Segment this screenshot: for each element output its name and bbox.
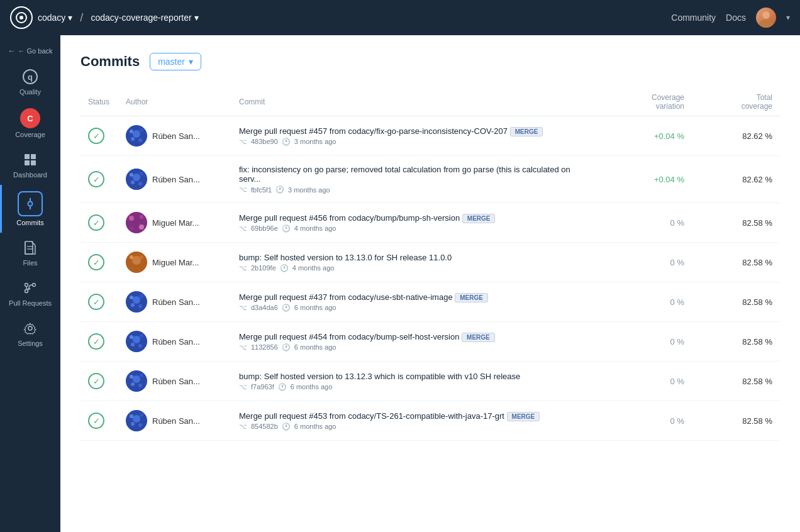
commit-message: Merge pull request #454 from codacy/bump… bbox=[239, 332, 590, 341]
coverage-variation-value: 0 % bbox=[605, 297, 684, 307]
back-arrow-icon: ← bbox=[8, 47, 15, 55]
svg-point-71 bbox=[138, 423, 142, 427]
svg-point-34 bbox=[138, 182, 142, 186]
commit-cell[interactable]: Merge pull request #454 from codacy/bump… bbox=[231, 322, 597, 362]
svg-point-3 bbox=[759, 19, 773, 28]
author-avatar bbox=[126, 331, 147, 352]
total-coverage-cell: 82.58 % bbox=[692, 322, 780, 362]
svg-point-56 bbox=[131, 343, 135, 346]
sidebar-item-settings[interactable]: Settings bbox=[0, 313, 60, 353]
svg-rect-7 bbox=[31, 154, 36, 159]
status-check-icon: ✓ bbox=[88, 413, 104, 429]
commits-icon-box bbox=[18, 191, 43, 216]
commit-meta: ⌥ 1132856 🕐 6 months ago bbox=[239, 343, 590, 352]
table-row[interactable]: ✓ Miguel Mar... bump: Self hosted versio… bbox=[81, 243, 780, 282]
commit-time: 3 months ago bbox=[294, 138, 336, 145]
author-cell: Miguel Mar... bbox=[118, 243, 231, 282]
table-row[interactable]: ✓ Rúben San... Merge pull request #457 f… bbox=[81, 116, 780, 156]
svg-point-67 bbox=[133, 415, 140, 423]
dashboard-icon bbox=[21, 151, 39, 169]
commit-hash: 69bb96e bbox=[251, 224, 278, 232]
author-info: Rúben San... bbox=[126, 331, 224, 352]
coverage-variation-value: 0 % bbox=[605, 337, 684, 346]
coverage-variation-cell: 0 % bbox=[597, 362, 692, 401]
author-cell: Rúben San... bbox=[118, 282, 231, 322]
table-row[interactable]: ✓ Rúben San... Merge pull request #453 f… bbox=[81, 401, 780, 441]
sidebar-item-files-label: Files bbox=[23, 259, 37, 267]
hash-icon: ⌥ bbox=[239, 383, 247, 391]
commit-cell[interactable]: fix: inconsistency on go parse; removed … bbox=[231, 156, 597, 203]
merge-badge: MERGE bbox=[510, 127, 543, 136]
svg-point-2 bbox=[762, 11, 770, 19]
author-name: Miguel Mar... bbox=[152, 258, 199, 267]
svg-point-36 bbox=[129, 216, 134, 221]
table-row[interactable]: ✓ Rúben San... Merge pull request #454 f… bbox=[81, 322, 780, 362]
total-coverage-cell: 82.58 % bbox=[692, 362, 780, 401]
commit-time: 6 months ago bbox=[294, 304, 336, 311]
table-row[interactable]: ✓ Miguel Mar... Merge pull request #456 … bbox=[81, 203, 780, 243]
codacy-logo[interactable] bbox=[10, 6, 33, 29]
svg-point-39 bbox=[130, 226, 133, 230]
svg-point-49 bbox=[131, 303, 135, 307]
commit-cell[interactable]: bump: Self hosted version to 13.12.3 whi… bbox=[231, 362, 597, 401]
page-title: Commits bbox=[81, 53, 140, 70]
merge-badge: MERGE bbox=[455, 293, 488, 302]
svg-point-53 bbox=[133, 336, 140, 343]
svg-point-23 bbox=[133, 130, 140, 138]
commit-time: 6 months ago bbox=[294, 343, 336, 351]
commit-cell[interactable]: bump: Self hosted version to 13.13.0 for… bbox=[231, 243, 597, 282]
commits-tbody: ✓ Rúben San... Merge pull request #457 f… bbox=[81, 116, 780, 441]
commit-hash: 854582b bbox=[251, 423, 278, 430]
nav-separator: / bbox=[80, 11, 83, 25]
svg-point-43 bbox=[140, 255, 143, 259]
table-row[interactable]: ✓ Rúben San... Merge pull request #437 f… bbox=[81, 282, 780, 322]
docs-link[interactable]: Docs bbox=[726, 13, 746, 23]
sidebar-item-pullrequests[interactable]: Pull Requests bbox=[0, 273, 60, 313]
commit-cell[interactable]: Merge pull request #457 from codacy/fix-… bbox=[231, 116, 597, 156]
svg-point-42 bbox=[130, 255, 133, 259]
total-coverage-value: 82.58 % bbox=[699, 297, 772, 307]
community-link[interactable]: Community bbox=[671, 13, 716, 23]
coverage-variation-cell: 0 % bbox=[597, 322, 692, 362]
svg-point-54 bbox=[130, 335, 133, 339]
sidebar-item-coverage[interactable]: C Coverage bbox=[0, 102, 60, 145]
commit-cell[interactable]: Merge pull request #456 from codacy/bump… bbox=[231, 203, 597, 243]
status-check-icon: ✓ bbox=[88, 373, 104, 389]
coverage-variation-cell: 0 % bbox=[597, 203, 692, 243]
author-cell: Rúben San... bbox=[118, 116, 231, 156]
author-avatar bbox=[126, 252, 147, 273]
author-info: Miguel Mar... bbox=[126, 252, 224, 273]
svg-point-60 bbox=[133, 375, 140, 383]
hash-icon: ⌥ bbox=[239, 186, 247, 194]
user-menu-chevron-icon[interactable]: ▾ bbox=[786, 13, 790, 22]
branch-dropdown[interactable]: master ▾ bbox=[150, 53, 201, 70]
sidebar-item-dashboard[interactable]: Dashboard bbox=[0, 145, 60, 185]
commit-cell[interactable]: Merge pull request #453 from codacy/TS-2… bbox=[231, 401, 597, 441]
svg-point-27 bbox=[138, 138, 142, 142]
repo-selector[interactable]: codacy-coverage-reporter ▾ bbox=[91, 13, 198, 23]
sidebar-item-quality[interactable]: q Quality bbox=[0, 62, 60, 102]
org-chevron-icon: ▾ bbox=[68, 13, 72, 23]
commit-cell[interactable]: Merge pull request #437 from codacy/use-… bbox=[231, 282, 597, 322]
commit-time: 4 months ago bbox=[292, 264, 335, 272]
branch-chevron-icon: ▾ bbox=[189, 57, 193, 67]
clock-icon: 🕐 bbox=[282, 423, 291, 431]
sidebar-item-files[interactable]: Files bbox=[0, 233, 60, 273]
coverage-variation-cell: +0.04 % bbox=[597, 156, 692, 203]
org-selector[interactable]: codacy ▾ bbox=[38, 13, 72, 23]
sidebar-item-commits[interactable]: Commits bbox=[0, 185, 60, 233]
table-row[interactable]: ✓ Rúben San... fix: inconsistency on go … bbox=[81, 156, 780, 203]
settings-icon bbox=[21, 319, 39, 337]
svg-point-64 bbox=[138, 384, 142, 387]
user-avatar[interactable] bbox=[756, 8, 776, 28]
commit-hash: d3a4da6 bbox=[251, 304, 278, 311]
coverage-variation-value: 0 % bbox=[605, 416, 684, 426]
author-cell: Rúben San... bbox=[118, 401, 231, 441]
table-row[interactable]: ✓ Rúben San... bump: Self hosted version… bbox=[81, 362, 780, 401]
total-coverage-cell: 82.58 % bbox=[692, 401, 780, 441]
total-coverage-value: 82.62 % bbox=[699, 175, 772, 184]
sidebar-item-settings-label: Settings bbox=[18, 340, 43, 347]
col-coverage-variation: Coveragevariation bbox=[597, 88, 692, 116]
back-button[interactable]: ← ← Go back bbox=[0, 40, 60, 62]
svg-point-32 bbox=[140, 172, 143, 175]
